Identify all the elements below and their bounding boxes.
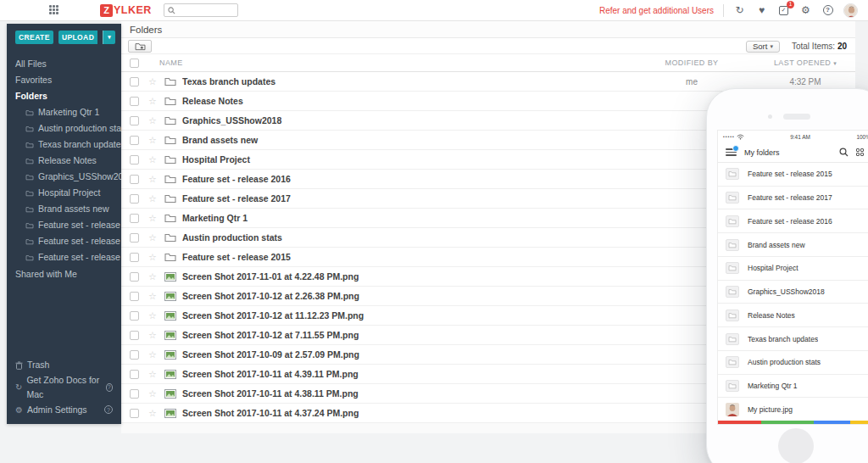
row-checkbox[interactable]	[130, 77, 139, 86]
favorite-star-icon[interactable]: ☆	[148, 292, 159, 301]
row-checkbox[interactable]	[130, 311, 139, 321]
row-checkbox[interactable]	[130, 194, 139, 204]
column-header-last-opened[interactable]: LAST OPENED ▾	[755, 59, 855, 67]
row-checkbox[interactable]	[130, 370, 139, 379]
row-checkbox[interactable]	[130, 97, 139, 106]
favorite-star-icon[interactable]: ☆	[148, 253, 159, 262]
favorite-star-icon[interactable]: ☆	[148, 350, 159, 360]
row-checkbox[interactable]	[130, 116, 139, 126]
help-circle-icon[interactable]: ?	[104, 405, 113, 414]
sidebar-item-favorites[interactable]: Favorites	[7, 72, 121, 88]
row-checkbox[interactable]	[130, 175, 139, 184]
create-button[interactable]: CREATE	[15, 31, 53, 44]
list-item[interactable]: Austin production stats	[718, 351, 868, 375]
row-checkbox[interactable]	[130, 155, 139, 165]
folder-icon	[726, 310, 739, 321]
item-name: Release Notes	[748, 311, 795, 320]
sidebar-folder-item[interactable]: Marketing Qtr 1	[7, 104, 121, 120]
last-opened-label: LAST OPENED	[774, 59, 831, 67]
sidebar-folder-item[interactable]: Hospital Project	[7, 185, 121, 201]
sidebar-folder-item[interactable]: Graphics_USShow2018	[7, 169, 121, 185]
favorite-star-icon[interactable]: ☆	[148, 311, 159, 321]
sidebar-folder-item[interactable]: Release Notes	[7, 153, 121, 169]
sidebar-folder-item[interactable]: Feature set - release 2016	[7, 217, 121, 233]
phone-home-button[interactable]	[778, 428, 814, 463]
list-item[interactable]: Feature set - release 2017	[718, 187, 868, 210]
search-icon[interactable]	[839, 148, 849, 157]
grid-view-icon[interactable]	[856, 148, 865, 157]
row-checkbox[interactable]	[130, 253, 139, 262]
sidebar-item-zoho-docs-mac[interactable]: ↻ Get Zoho Docs for Mac ?	[15, 373, 113, 403]
search-input[interactable]	[178, 6, 234, 14]
select-all-checkbox[interactable]	[130, 59, 139, 68]
row-checkbox[interactable]	[130, 272, 139, 282]
sync-button[interactable]: ↻	[733, 4, 746, 17]
row-checkbox[interactable]	[130, 389, 139, 399]
favorite-star-icon[interactable]: ☆	[148, 155, 159, 165]
help-button[interactable]: ?	[821, 4, 834, 17]
list-item[interactable]: Texas branch updates	[718, 327, 868, 351]
favorite-star-icon[interactable]: ☆	[148, 331, 159, 340]
favorite-star-icon[interactable]: ☆	[148, 370, 159, 379]
list-item[interactable]: Hospital Project	[718, 257, 868, 281]
sidebar-folder-item[interactable]: Feature set - release 2015	[7, 249, 121, 265]
sidebar-item-trash[interactable]: Trash	[15, 358, 113, 373]
row-checkbox[interactable]	[130, 331, 139, 340]
row-checkbox[interactable]	[130, 214, 139, 223]
sidebar-folder-item[interactable]: Texas branch updates	[7, 137, 121, 153]
row-checkbox[interactable]	[130, 136, 139, 145]
list-item[interactable]: Marketing Qtr 1	[718, 375, 868, 399]
sidebar-item-admin-settings[interactable]: ⚙ Admin Settings ?	[15, 403, 113, 418]
list-item[interactable]: Graphics_USShow2018	[718, 281, 868, 304]
row-checkbox[interactable]	[130, 233, 139, 243]
sort-button[interactable]: Sort ▾	[746, 41, 780, 53]
favorite-star-icon[interactable]: ☆	[148, 194, 159, 204]
list-item[interactable]: Brand assets new	[718, 233, 868, 257]
sidebar-item-folders[interactable]: Folders	[7, 88, 121, 104]
sidebar-item-shared-with-me[interactable]: Shared with Me	[7, 266, 121, 282]
list-item[interactable]: My picture.jpg	[718, 398, 868, 421]
tasks-button[interactable]: ✓ 1	[777, 4, 790, 17]
sidebar-folder-item[interactable]: Brand assets new	[7, 201, 121, 217]
upload-dropdown-button[interactable]: ▾	[103, 31, 115, 44]
column-header-modified-by[interactable]: MODIFIED BY	[628, 59, 755, 67]
upload-button[interactable]: UPLOAD	[58, 31, 98, 44]
favorite-star-icon[interactable]: ☆	[148, 389, 159, 399]
search-box[interactable]	[164, 3, 238, 17]
favorite-star-icon[interactable]: ☆	[148, 233, 159, 243]
file-name: Feature set - release 2015	[182, 252, 628, 262]
user-avatar[interactable]	[843, 3, 858, 18]
folder-icon	[164, 77, 176, 86]
help-circle-icon[interactable]: ?	[106, 383, 114, 392]
refer-link[interactable]: Refer and get additional Users	[599, 6, 714, 15]
total-items: Total Items: 20	[792, 42, 847, 51]
row-checkbox[interactable]	[130, 409, 139, 418]
favorite-star-icon[interactable]: ☆	[148, 116, 159, 126]
favorite-star-icon[interactable]: ☆	[148, 409, 159, 418]
folder-icon	[726, 215, 739, 227]
row-checkbox[interactable]	[130, 350, 139, 360]
favorite-star-icon[interactable]: ☆	[148, 272, 159, 282]
file-name: Release Notes	[182, 96, 628, 106]
sidebar-folder-item[interactable]: Feature set - release 2017	[7, 233, 121, 249]
favorite-star-icon[interactable]: ☆	[148, 77, 159, 86]
column-header-name[interactable]: NAME	[159, 59, 628, 67]
feedback-button[interactable]: ♥	[755, 4, 768, 17]
image-file-icon	[164, 409, 176, 418]
settings-button[interactable]: ⚙	[799, 4, 812, 17]
list-item[interactable]: Feature set - release 2015	[718, 163, 868, 187]
folder-icon	[726, 168, 739, 180]
row-checkbox[interactable]	[130, 292, 139, 301]
favorite-star-icon[interactable]: ☆	[148, 175, 159, 184]
new-folder-button[interactable]	[128, 40, 152, 53]
favorite-star-icon[interactable]: ☆	[148, 136, 159, 145]
list-item[interactable]: Feature set - release 2016	[718, 209, 868, 233]
list-item[interactable]: Release Notes	[718, 304, 868, 327]
apps-grid-icon[interactable]	[49, 5, 59, 15]
favorite-star-icon[interactable]: ☆	[148, 97, 159, 106]
header-divider	[723, 4, 724, 17]
sidebar-folder-item[interactable]: Austin production stats	[7, 120, 121, 137]
favorite-star-icon[interactable]: ☆	[148, 214, 159, 223]
sidebar-item-all-files[interactable]: All Files	[7, 56, 121, 72]
menu-icon[interactable]	[726, 148, 737, 156]
